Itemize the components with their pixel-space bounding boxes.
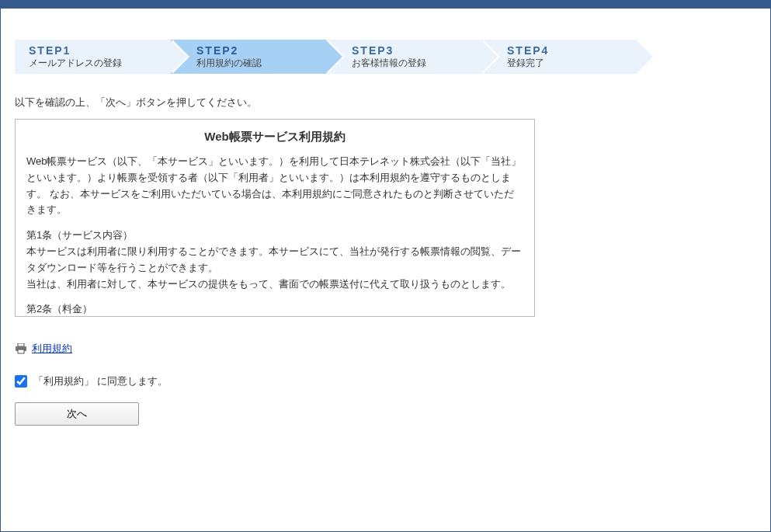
- article-head: 第1条（サービス内容）: [26, 229, 133, 241]
- step-title: STEP4: [507, 44, 636, 57]
- step-4: STEP4 登録完了: [481, 40, 636, 74]
- next-button[interactable]: 次へ: [15, 402, 139, 426]
- step-2: STEP2 利用規約の確認: [170, 40, 325, 74]
- agree-label: 「利用規約」 に同意します。: [33, 374, 168, 388]
- step-sub: 利用規約の確認: [196, 57, 325, 70]
- agree-row: 「利用規約」 に同意します。: [15, 374, 756, 388]
- step-1: STEP1 メールアドレスの登録: [15, 40, 170, 74]
- article-head: 第2条（料金）: [26, 303, 92, 315]
- instruction-text: 以下を確認の上、「次へ」ボタンを押してください。: [15, 96, 756, 110]
- step-sub: 登録完了: [507, 57, 636, 70]
- step-title: STEP2: [196, 44, 325, 57]
- step-title: STEP3: [352, 44, 481, 57]
- terms-scrollbox[interactable]: Web帳票サービス利用規約 Web帳票サービス（以下、「本サービス」といいます。…: [15, 119, 535, 317]
- step-3: STEP3 お客様情報の登録: [325, 40, 481, 74]
- step-indicator: STEP1 メールアドレスの登録 STEP2 利用規約の確認 STEP3 お客様…: [15, 40, 756, 74]
- printer-icon: [15, 343, 27, 354]
- main-content: STEP1 メールアドレスの登録 STEP2 利用規約の確認 STEP3 お客様…: [1, 9, 770, 441]
- article-body: 本サービスは利用者に限り利用することができます。本サービスにて、当社が発行する帳…: [26, 245, 521, 273]
- agree-checkbox[interactable]: [15, 375, 27, 388]
- article-body: 当社は、利用者に対して、本サービスの提供をもって、書面での帳票送付に代えて取り扱…: [26, 278, 511, 290]
- step-title: STEP1: [29, 44, 170, 57]
- svg-rect-0: [18, 343, 24, 346]
- step-sub: メールアドレスの登録: [29, 57, 170, 70]
- app-frame: STEP1 メールアドレスの登録 STEP2 利用規約の確認 STEP3 お客様…: [0, 0, 771, 532]
- step-sub: お客様情報の登録: [352, 57, 481, 70]
- svg-rect-2: [18, 349, 24, 353]
- terms-article-2: 第2条（料金） 本サービスの利用料金は無料とします。ただし、本サービスにアクセス…: [26, 301, 523, 317]
- terms-article-1: 第1条（サービス内容） 本サービスは利用者に限り利用することができます。本サービ…: [26, 228, 523, 292]
- terms-link-row: 利用規約: [15, 342, 756, 356]
- header-bar: [1, 1, 770, 9]
- terms-title: Web帳票サービス利用規約: [26, 127, 523, 146]
- terms-link[interactable]: 利用規約: [32, 342, 72, 356]
- terms-intro: Web帳票サービス（以下、「本サービス」といいます。）を利用して日本テレネット株…: [26, 154, 523, 218]
